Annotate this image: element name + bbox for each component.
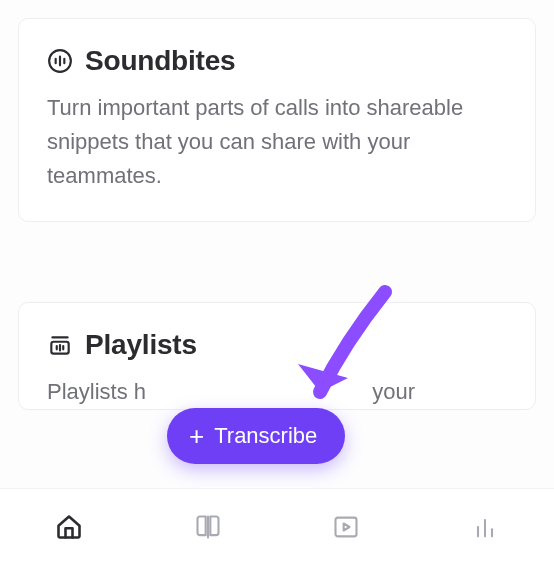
nav-analytics[interactable] xyxy=(461,503,509,554)
nav-library[interactable] xyxy=(184,503,232,554)
card-header: Soundbites xyxy=(47,45,507,77)
transcribe-label: Transcribe xyxy=(214,423,317,449)
card-header: Playlists xyxy=(47,329,507,361)
soundbites-icon xyxy=(47,48,73,74)
playlists-icon xyxy=(47,332,73,358)
transcribe-button[interactable]: + Transcribe xyxy=(167,408,345,464)
plus-icon: + xyxy=(189,423,204,449)
soundbites-title: Soundbites xyxy=(85,45,235,77)
soundbites-description: Turn important parts of calls into share… xyxy=(47,91,507,193)
bar-chart-icon xyxy=(471,513,499,541)
bottom-nav xyxy=(0,488,554,568)
playlists-title: Playlists xyxy=(85,329,197,361)
playlists-description: Playlists h your xyxy=(47,375,507,409)
nav-video[interactable] xyxy=(322,503,370,554)
home-icon xyxy=(55,513,83,541)
playlists-card[interactable]: Playlists Playlists h your xyxy=(18,302,536,410)
svg-rect-10 xyxy=(336,518,357,537)
play-square-icon xyxy=(332,513,360,541)
soundbites-card[interactable]: Soundbites Turn important parts of calls… xyxy=(18,18,536,222)
book-icon xyxy=(194,513,222,541)
nav-home[interactable] xyxy=(45,503,93,554)
